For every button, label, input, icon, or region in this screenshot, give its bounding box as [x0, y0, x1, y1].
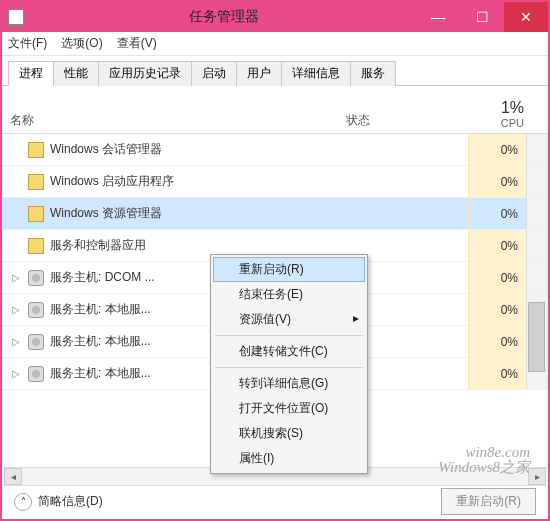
tab-services[interactable]: 服务	[350, 61, 396, 86]
expand-icon[interactable]: ▷	[10, 368, 22, 379]
table-row[interactable]: Windows 资源管理器0%	[2, 198, 548, 230]
process-name: 服务和控制器应用	[50, 237, 146, 254]
chevron-up-icon: ˄	[14, 493, 32, 511]
tab-users[interactable]: 用户	[236, 61, 282, 86]
cpu-total-pct: 1%	[466, 99, 524, 117]
folder-icon	[28, 206, 44, 222]
process-name-cell: Windows 资源管理器	[10, 205, 348, 222]
gear-icon	[28, 302, 44, 318]
titlebar[interactable]: 任务管理器 — ☐ ✕	[2, 2, 548, 32]
submenu-arrow-icon: ▸	[353, 311, 359, 325]
process-cpu-cell: 0%	[468, 230, 526, 261]
window-buttons: — ☐ ✕	[416, 2, 548, 32]
ctx-separator	[215, 335, 363, 336]
scroll-gutter	[526, 198, 548, 229]
menubar: 文件(F) 选项(O) 查看(V)	[2, 32, 548, 56]
window-title: 任务管理器	[32, 8, 416, 26]
column-status[interactable]: 状态	[346, 112, 466, 129]
context-menu: 重新启动(R) 结束任务(E) 资源值(V)▸ 创建转储文件(C) 转到详细信息…	[210, 254, 368, 474]
cpu-label: CPU	[466, 117, 524, 129]
tabs: 进程 性能 应用历史记录 启动 用户 详细信息 服务	[2, 56, 548, 86]
process-cpu-cell: 0%	[468, 294, 526, 325]
menu-view[interactable]: 查看(V)	[117, 35, 157, 52]
task-manager-window: 任务管理器 — ☐ ✕ 文件(F) 选项(O) 查看(V) 进程 性能 应用历史…	[0, 0, 550, 521]
scroll-left-button[interactable]: ◂	[4, 468, 22, 485]
ctx-open-location[interactable]: 打开文件位置(O)	[213, 396, 365, 421]
process-cpu-cell: 0%	[468, 358, 526, 389]
footer: ˄ 简略信息(D) 重新启动(R)	[4, 485, 546, 517]
process-name: 服务主机: 本地服...	[50, 301, 151, 318]
gear-icon	[28, 366, 44, 382]
scroll-gutter	[526, 262, 548, 293]
process-cpu-cell: 0%	[468, 262, 526, 293]
scroll-gutter	[526, 230, 548, 261]
scroll-gutter	[526, 166, 548, 197]
fewer-details-label: 简略信息(D)	[38, 493, 103, 510]
minimize-button[interactable]: —	[416, 2, 460, 32]
folder-icon	[28, 174, 44, 190]
process-cpu-cell: 0%	[468, 134, 526, 165]
process-name-cell: Windows 启动应用程序	[10, 173, 348, 190]
ctx-resource-values[interactable]: 资源值(V)▸	[213, 307, 365, 332]
close-button[interactable]: ✕	[504, 2, 548, 32]
process-name: 服务主机: 本地服...	[50, 333, 151, 350]
vertical-scrollbar-thumb[interactable]	[528, 302, 545, 372]
restart-action-button[interactable]: 重新启动(R)	[441, 488, 536, 515]
process-cpu-cell: 0%	[468, 166, 526, 197]
gear-icon	[28, 334, 44, 350]
ctx-search-online[interactable]: 联机搜索(S)	[213, 421, 365, 446]
process-name-cell: Windows 会话管理器	[10, 141, 348, 158]
scroll-gutter	[526, 134, 548, 165]
tab-startup[interactable]: 启动	[191, 61, 237, 86]
expand-icon[interactable]: ▷	[10, 336, 22, 347]
tab-app-history[interactable]: 应用历史记录	[98, 61, 192, 86]
expand-icon[interactable]: ▷	[10, 272, 22, 283]
process-name: 服务主机: DCOM ...	[50, 269, 155, 286]
ctx-properties[interactable]: 属性(I)	[213, 446, 365, 471]
ctx-create-dump[interactable]: 创建转储文件(C)	[213, 339, 365, 364]
scroll-right-button[interactable]: ▸	[528, 468, 546, 485]
ctx-end-task[interactable]: 结束任务(E)	[213, 282, 365, 307]
folder-icon	[28, 238, 44, 254]
maximize-button[interactable]: ☐	[460, 2, 504, 32]
process-cpu-cell: 0%	[468, 198, 526, 229]
app-icon	[8, 9, 24, 25]
process-name: Windows 资源管理器	[50, 205, 162, 222]
menu-file[interactable]: 文件(F)	[8, 35, 47, 52]
process-name-cell: 服务和控制器应用	[10, 237, 348, 254]
process-name: Windows 会话管理器	[50, 141, 162, 158]
ctx-restart[interactable]: 重新启动(R)	[213, 257, 365, 282]
menu-options[interactable]: 选项(O)	[61, 35, 102, 52]
column-headers: 名称 状态 1% CPU	[2, 86, 548, 134]
column-cpu[interactable]: 1% CPU	[466, 99, 524, 129]
tab-performance[interactable]: 性能	[53, 61, 99, 86]
tab-processes[interactable]: 进程	[8, 61, 54, 86]
folder-icon	[28, 142, 44, 158]
ctx-go-details[interactable]: 转到详细信息(G)	[213, 371, 365, 396]
tab-details[interactable]: 详细信息	[281, 61, 351, 86]
process-name: Windows 启动应用程序	[50, 173, 174, 190]
gear-icon	[28, 270, 44, 286]
expand-icon[interactable]: ▷	[10, 304, 22, 315]
process-cpu-cell: 0%	[468, 326, 526, 357]
table-row[interactable]: Windows 启动应用程序0%	[2, 166, 548, 198]
fewer-details-button[interactable]: ˄ 简略信息(D)	[14, 493, 103, 511]
table-row[interactable]: Windows 会话管理器0%	[2, 134, 548, 166]
column-name[interactable]: 名称	[10, 112, 346, 129]
ctx-separator	[215, 367, 363, 368]
process-name: 服务主机: 本地服...	[50, 365, 151, 382]
